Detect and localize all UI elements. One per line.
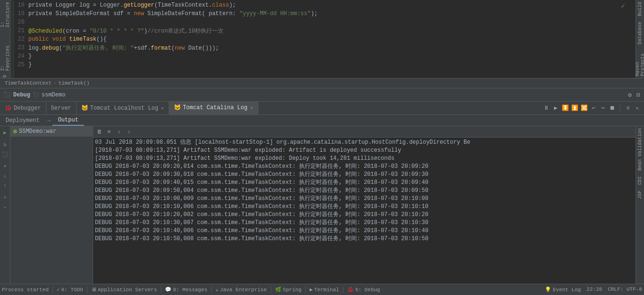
log-line: DEBUG 2018-07-03 20:10:40,006 com.ssm.ti… (95, 227, 634, 235)
tab-tomcat-catalina-close[interactable]: ✕ (250, 105, 253, 111)
status-bar: Process started ✓ 6: TODO 🖥 Application … (0, 284, 644, 295)
messages-icon: 💬 (165, 286, 172, 293)
code-line: 22 public void timeTask(){ (14, 35, 635, 43)
toolbar-btn-6[interactable]: ↩ (590, 104, 597, 112)
code-line: 20 (14, 18, 635, 26)
minimize-icon[interactable]: ⊟ (636, 91, 640, 99)
status-terminal[interactable]: ▶ Terminal (309, 286, 339, 293)
debugger-icon: 🐞 (5, 104, 12, 112)
tomcat-catalina-icon: 🐱 (174, 104, 181, 111)
log-scroll-end-btn[interactable]: ⇩ (115, 128, 123, 136)
code-line: 18 private Logger log = Logger.getLogger… (14, 1, 635, 9)
tab-server[interactable]: Server (46, 102, 77, 114)
server-status-dot (13, 130, 17, 133)
tab-tomcat-catalina[interactable]: 🐱 Tomcat Catalina Log ✕ (169, 102, 258, 114)
add-server-btn[interactable]: + (1, 193, 9, 202)
tabs-bar: 🐞 Debugger Server 🐱 Tomcat Localhost Log… (0, 102, 644, 115)
toolbar-btn-8[interactable]: ⏹ (609, 104, 616, 112)
toolbar-btn-10[interactable]: ↖ (634, 104, 641, 112)
todo-label: 6: TODO (61, 287, 83, 293)
build-label[interactable]: Build (637, 0, 643, 18)
log-line: [2018-07-03 08:09:13,271] Artifact SSMDe… (95, 147, 634, 155)
log-wrap-btn[interactable]: ⌧ (105, 128, 113, 136)
log-scroll-start-btn[interactable]: ⇧ (125, 128, 133, 136)
app-servers-icon: 🖥 (91, 286, 96, 293)
status-encoding: CRLF: UTF-8 (608, 286, 642, 293)
cdi-label[interactable]: CDI (637, 174, 643, 187)
tab-toolbar: ⏸ ▶ ⏬ ⏫ 🔀 ↩ ↪ ⏹ ≡ ↖ (540, 102, 644, 114)
terminal-icon: ▶ (309, 286, 313, 293)
toolbar-btn-7[interactable]: ↪ (599, 104, 607, 112)
log-clear-btn[interactable]: 🗑 (95, 128, 103, 136)
sub-tab-output[interactable]: Output (52, 115, 84, 126)
server-name: SSMDemo:war (19, 128, 56, 135)
status-process: Process started (2, 287, 49, 293)
breadcrumb-part2[interactable]: timeTask() (59, 80, 90, 86)
debug-icon: ⬛ (4, 92, 10, 98)
maven-label[interactable]: Maven Projects (635, 48, 644, 78)
status-java-enterprise[interactable]: ☕ Java Enterprise (215, 286, 267, 293)
jsf-label[interactable]: JSF (637, 189, 643, 201)
toolbar-btn-5[interactable]: 🔀 (580, 104, 588, 112)
remove-server-btn[interactable]: − (1, 203, 9, 212)
breadcrumb-part1[interactable]: TimeTaskContext (5, 80, 52, 86)
debug-status-icon: 🐞 (347, 286, 354, 293)
java-icon: ☕ (215, 286, 219, 293)
status-time: 22:28 (586, 286, 602, 293)
toolbar-btn-9[interactable]: ≡ (624, 104, 632, 112)
toolbar-btn-1[interactable]: ⏸ (542, 104, 550, 112)
log-line: DEBUG 2018-07-03 20:09:20,014 com.ssm.ti… (95, 163, 634, 171)
java-label: Java Enterprise (220, 287, 267, 293)
log-line: DEBUG 2018-07-03 20:10:30,007 com.ssm.ti… (95, 219, 634, 227)
breadcrumb-sep: › (53, 80, 57, 86)
toolbar-btn-2[interactable]: ▶ (552, 104, 559, 112)
server-panel: SSMDemo:war (10, 126, 93, 284)
sub-tab-deployment[interactable]: Deployment (0, 115, 45, 126)
log-toolbar: 🗑 ⌧ ⇩ ⇧ (93, 126, 635, 138)
log-line: DEBUG 2018-07-03 20:10:50,008 com.ssm.ti… (95, 235, 634, 243)
toolbar-btn-4[interactable]: ⏫ (571, 104, 578, 112)
debug-status-label: 5: Debug (355, 287, 380, 293)
status-spring[interactable]: 🌿 Spring (275, 286, 302, 293)
toolbar-btn-3[interactable]: ⏬ (561, 104, 569, 112)
build-deploy-btn[interactable]: ⚡ (1, 162, 9, 170)
tab-tomcat-localhost-close[interactable]: ✕ (161, 105, 164, 111)
breadcrumb: TimeTaskContext › timeTask() (0, 78, 644, 88)
play-btn[interactable]: ▶ (1, 128, 9, 137)
log-content[interactable]: 03 Jul 2018 20:09:08.051 信息 [localhost-s… (93, 138, 635, 284)
status-app-servers[interactable]: 🖥 Application Servers (91, 286, 157, 293)
database-label[interactable]: Database (637, 20, 643, 46)
messages-label: 0: Messages (173, 287, 207, 293)
code-line: 19 private SimpleDateFormat sdf = new Si… (14, 9, 635, 18)
status-todo[interactable]: ✓ 6: TODO (57, 286, 83, 293)
structure-label[interactable]: 1: Structure (0, 0, 11, 29)
log-line: [2018-07-03 08:09:13,271] Artifact SSMDe… (95, 155, 634, 163)
code-line: 25} (14, 61, 635, 69)
refresh-btn[interactable]: ↻ (1, 140, 9, 148)
log-line: DEBUG 2018-07-03 20:10:20,002 com.ssm.ti… (95, 211, 634, 219)
log-line: 03 Jul 2018 20:09:08.051 信息 [localhost-s… (95, 139, 634, 147)
server-item-ssmdemo[interactable]: SSMDemo:war (10, 126, 93, 137)
stop-btn[interactable]: ⬛ (1, 150, 9, 158)
settings-icon[interactable]: ⚙ (628, 91, 632, 99)
code-line: 21 @Scheduled(cron = "0/10 * * * * ?")//… (14, 26, 635, 35)
todo-icon: ✓ (57, 286, 60, 293)
up-arrow-btn[interactable]: ↑ (1, 182, 9, 190)
event-log-icon: 💡 (545, 286, 551, 293)
tab-debugger[interactable]: 🐞 Debugger (0, 102, 46, 114)
log-line: DEBUG 2018-07-03 20:09:50,004 com.ssm.ti… (95, 187, 634, 195)
status-event-log[interactable]: 💡 Event Log (545, 286, 581, 293)
down-arrow-btn[interactable]: ↓ (1, 172, 9, 180)
sub-tabs-bar: Deployment → Output (0, 115, 644, 126)
favorites-label[interactable]: 2: Favorites (0, 43, 11, 73)
code-line: 24 } (14, 52, 635, 61)
spring-icon: 🌿 (275, 286, 282, 293)
tab-tomcat-localhost[interactable]: 🐱 Tomcat Localhost Log ✕ (77, 102, 169, 114)
web-label[interactable]: Web (1, 73, 9, 78)
status-messages[interactable]: 💬 0: Messages (165, 286, 207, 293)
status-debug[interactable]: 🐞 5: Debug (347, 286, 380, 293)
spring-label: Spring (283, 287, 302, 293)
code-lines: 18 private Logger log = Logger.getLogger… (14, 0, 635, 70)
bean-validation-label[interactable]: Bean Validation (637, 126, 643, 173)
debug-content: ▶ ↻ ⬛ ⚡ ↓ ↑ + − SSMDemo:war 🗑 (0, 126, 644, 284)
